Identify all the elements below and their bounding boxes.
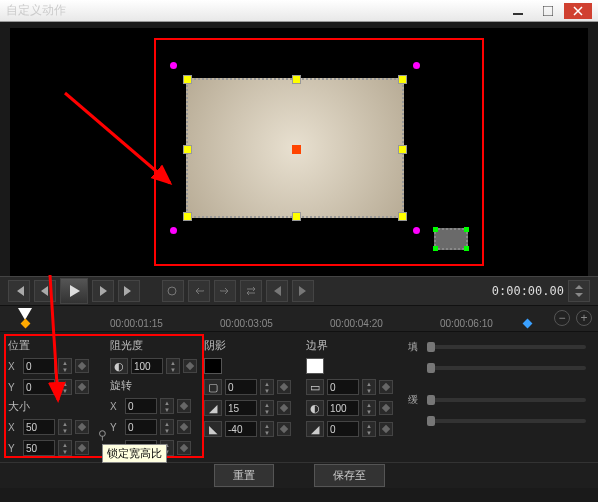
position-x-input[interactable] [23, 358, 55, 374]
spinner[interactable]: ▲▼ [58, 440, 72, 456]
size-y-input[interactable] [23, 440, 55, 456]
shadow-color-swatch[interactable] [204, 358, 222, 374]
ruler-tick: 00:00:03:05 [220, 318, 273, 329]
keyframe-toggle[interactable] [379, 380, 393, 394]
prev-frame-button[interactable] [34, 280, 56, 302]
keyframe-toggle[interactable] [379, 401, 393, 415]
opacity-label: 阻光度 [110, 338, 200, 352]
spinner[interactable]: ▲▼ [58, 358, 72, 374]
border-label: 边界 [306, 338, 404, 352]
swap-button[interactable] [240, 280, 262, 302]
rotation-label: 旋转 [110, 378, 200, 392]
ruler-tick: 00:00:04:20 [330, 318, 383, 329]
tooltip: 锁定宽高比 [102, 444, 167, 463]
shadow-label: 阴影 [204, 338, 302, 352]
keyframe-toggle[interactable] [75, 441, 89, 455]
timeline-ruler[interactable]: 00:00:01:15 00:00:03:05 00:00:04:20 00:0… [0, 306, 598, 332]
prev-clip-button[interactable] [8, 280, 30, 302]
border-icon: ◐ [306, 400, 324, 416]
keyframe-toggle[interactable] [277, 422, 291, 436]
next-clip-button[interactable] [118, 280, 140, 302]
timecode-display: 0:00:00.00 [492, 284, 564, 298]
transport-bar: 0:00:00.00 [0, 276, 598, 306]
undo-button[interactable] [188, 280, 210, 302]
spinner[interactable]: ▲▼ [160, 419, 174, 435]
position-y-input[interactable] [23, 379, 55, 395]
svg-rect-0 [513, 13, 523, 15]
ease-slider-2[interactable] [427, 419, 586, 423]
ease-label: 缓 [408, 393, 420, 407]
border-icon: ◢ [306, 421, 324, 437]
spinner[interactable]: ▲▼ [362, 400, 376, 416]
bottom-bar: 重置 保存至 [0, 462, 598, 488]
opacity-icon: ◐ [110, 358, 128, 374]
spinner[interactable]: ▲▼ [362, 421, 376, 437]
border-c-input[interactable] [327, 421, 359, 437]
border-icon: ▭ [306, 379, 324, 395]
fill-slider-2[interactable] [427, 366, 586, 370]
keyframe-toggle[interactable] [277, 401, 291, 415]
preview-canvas[interactable] [10, 28, 588, 276]
shadow-icon: ▢ [204, 379, 222, 395]
keyframe-toggle[interactable] [75, 380, 89, 394]
border-color-swatch[interactable] [306, 358, 324, 374]
link-aspect-icon[interactable]: ⚲ [98, 428, 107, 442]
ease-slider[interactable] [427, 398, 586, 402]
keyframe-toggle[interactable] [177, 420, 191, 434]
fill-slider[interactable] [427, 345, 586, 349]
keyframe-toggle[interactable] [183, 359, 197, 373]
keyframe-toggle[interactable] [75, 359, 89, 373]
opacity-input[interactable] [131, 358, 163, 374]
save-button[interactable]: 保存至 [314, 464, 385, 487]
shadow-c-input[interactable] [225, 421, 257, 437]
maximize-button[interactable] [534, 3, 562, 19]
ruler-tick: 00:00:01:15 [110, 318, 163, 329]
skip-end-button[interactable] [292, 280, 314, 302]
rotation-y-input[interactable] [125, 419, 157, 435]
keyframe-toggle[interactable] [277, 380, 291, 394]
rotation-x-input[interactable] [125, 398, 157, 414]
keyframe-toggle[interactable] [379, 422, 393, 436]
canvas-object-small[interactable] [434, 228, 468, 250]
border-b-input[interactable] [327, 400, 359, 416]
fill-label: 填 [408, 340, 420, 354]
size-label: 大小 [8, 399, 106, 413]
keyframe-toggle[interactable] [177, 441, 191, 455]
play-button[interactable] [60, 278, 88, 304]
window-title: 自定义动作 [6, 2, 502, 19]
next-frame-button[interactable] [92, 280, 114, 302]
spinner[interactable]: ▲▼ [58, 379, 72, 395]
reset-button[interactable]: 重置 [214, 464, 274, 487]
spinner[interactable]: ▲▼ [260, 379, 274, 395]
close-button[interactable] [564, 3, 592, 19]
redo-button[interactable] [214, 280, 236, 302]
shadow-b-input[interactable] [225, 400, 257, 416]
size-x-input[interactable] [23, 419, 55, 435]
shadow-icon: ◣ [204, 421, 222, 437]
spinner[interactable]: ▲▼ [58, 419, 72, 435]
spinner[interactable]: ▲▼ [166, 358, 180, 374]
loop-button[interactable] [162, 280, 184, 302]
timecode-spin[interactable] [568, 280, 590, 302]
shadow-a-input[interactable] [225, 379, 257, 395]
position-label: 位置 [8, 338, 106, 352]
ruler-tick: 00:00:06:10 [440, 318, 493, 329]
spinner[interactable]: ▲▼ [160, 398, 174, 414]
skip-start-button[interactable] [266, 280, 288, 302]
keyframe-toggle[interactable] [75, 420, 89, 434]
keyframe-toggle[interactable] [177, 399, 191, 413]
keyframe-marker[interactable] [523, 319, 533, 329]
zoom-out-button[interactable]: − [554, 310, 570, 326]
spinner[interactable]: ▲▼ [260, 400, 274, 416]
canvas-object[interactable] [186, 78, 404, 218]
border-a-input[interactable] [327, 379, 359, 395]
shadow-icon: ◢ [204, 400, 222, 416]
spinner[interactable]: ▲▼ [362, 379, 376, 395]
spinner[interactable]: ▲▼ [260, 421, 274, 437]
minimize-button[interactable] [504, 3, 532, 19]
svg-rect-1 [543, 6, 553, 16]
zoom-in-button[interactable]: + [576, 310, 592, 326]
properties-panel: 位置 X▲▼ Y▲▼ 大小 X▲▼ Y▲▼ ⚲ 锁定宽高比 阻光度 ◐▲▼ 旋转… [0, 332, 598, 462]
titlebar: 自定义动作 [0, 0, 598, 22]
